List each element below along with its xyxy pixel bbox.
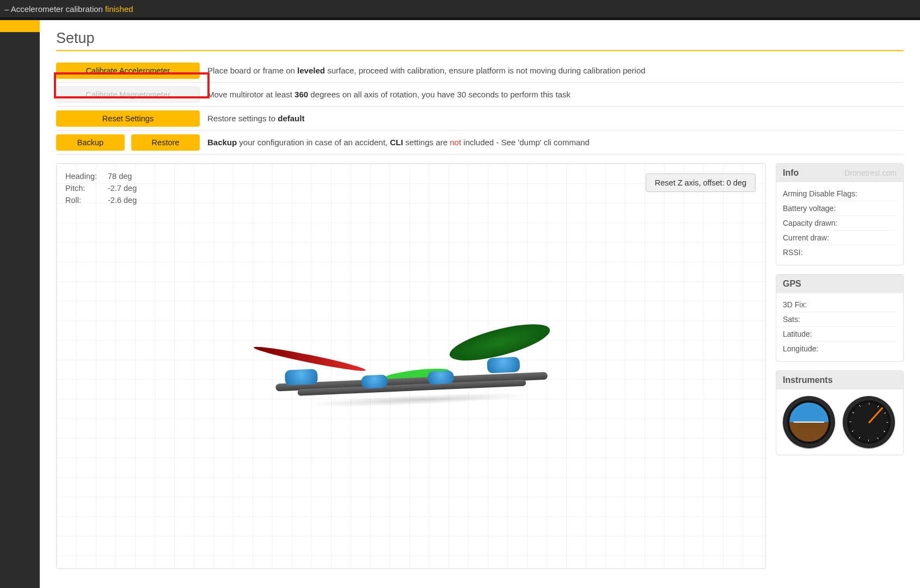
gps-row-sats: Sats:: [783, 312, 897, 326]
gps-panel: GPS 3D Fix: Sats: Latitude: Longitude:: [776, 274, 904, 362]
heading-label: Heading:: [65, 170, 102, 182]
reset-z-axis-button[interactable]: Reset Z axis, offset: 0 deg: [646, 174, 756, 192]
setup-actions: Calibrate Accelerometer Place board or f…: [56, 59, 904, 154]
backup-restore-desc: Backup your configuration in case of an …: [205, 134, 904, 150]
text: surface, proceed with calibration, ensur…: [325, 66, 646, 75]
reset-settings-desc: Restore settings to default: [205, 110, 904, 126]
info-row-arming: Arming Disable Flags:: [783, 187, 897, 201]
text: Move multirotor at least: [207, 90, 295, 99]
info-panel: Info Dronetrest.com Arming Disable Flags…: [776, 163, 904, 265]
calibrate-magnetometer-button: Calibrate Magnetometer: [56, 86, 200, 103]
pitch-label: Pitch:: [65, 182, 102, 194]
status-bar: – Accelerometer calibration finished: [0, 0, 920, 20]
pitch-value: -2.7 deg: [108, 182, 137, 194]
text-warning: not: [450, 138, 461, 147]
page-title: Setup: [56, 30, 904, 47]
status-result: finished: [105, 4, 133, 14]
text: degrees on all axis of rotation, you hav…: [308, 90, 571, 99]
backup-button[interactable]: Backup: [56, 134, 125, 151]
reset-settings-button[interactable]: Reset Settings: [56, 110, 200, 127]
text-bold: default: [278, 114, 304, 123]
gps-row-lat: Latitude:: [783, 326, 897, 341]
instruments-panel: Instruments: [776, 370, 904, 455]
model-preview-pane: Heading:78 deg Pitch:-2.7 deg Roll:-2.6 …: [56, 163, 766, 569]
info-row-current: Current draw:: [783, 230, 897, 245]
text-bold: Backup: [207, 138, 237, 147]
text-bold: leveled: [297, 66, 325, 75]
calibrate-accelerometer-button[interactable]: Calibrate Accelerometer: [56, 63, 200, 79]
heading-value: 78 deg: [108, 170, 132, 182]
status-text: – Accelerometer calibration: [4, 4, 103, 14]
info-row-battery: Battery voltage:: [783, 201, 897, 215]
roll-value: -2.6 deg: [108, 194, 137, 206]
attitude-readout: Heading:78 deg Pitch:-2.7 deg Roll:-2.6 …: [65, 170, 137, 206]
text: Restore settings to: [207, 114, 278, 123]
text: included - See 'dump' cli command: [461, 138, 590, 147]
text: settings are: [403, 138, 450, 147]
gps-row-lon: Longitude:: [783, 341, 897, 356]
watermark-text: Dronetrest.com: [844, 169, 897, 177]
roll-label: Roll:: [65, 194, 102, 206]
text: your configuration in case of an acciden…: [237, 138, 390, 147]
info-row-capacity: Capacity drawn:: [783, 215, 897, 230]
title-divider: [56, 50, 904, 51]
attitude-indicator-gauge: [783, 396, 835, 448]
info-panel-title: Info: [783, 168, 799, 178]
sidebar-nav[interactable]: [0, 20, 40, 588]
text: Place board or frame on: [207, 66, 297, 75]
gps-row-3dfix: 3D Fix:: [783, 298, 897, 312]
heading-gauge: [843, 396, 895, 448]
instruments-panel-title: Instruments: [783, 375, 833, 385]
text-bold: CLI: [390, 138, 403, 147]
text-bold: 360: [295, 90, 308, 99]
drone-3d-model[interactable]: [268, 325, 554, 413]
calibrate-accelerometer-desc: Place board or frame on leveled surface,…: [205, 63, 904, 78]
restore-button[interactable]: Restore: [131, 134, 200, 151]
calibrate-magnetometer-desc: Move multirotor at least 360 degrees on …: [205, 86, 904, 102]
info-row-rssi: RSSI:: [783, 245, 897, 259]
gps-panel-title: GPS: [783, 279, 801, 289]
